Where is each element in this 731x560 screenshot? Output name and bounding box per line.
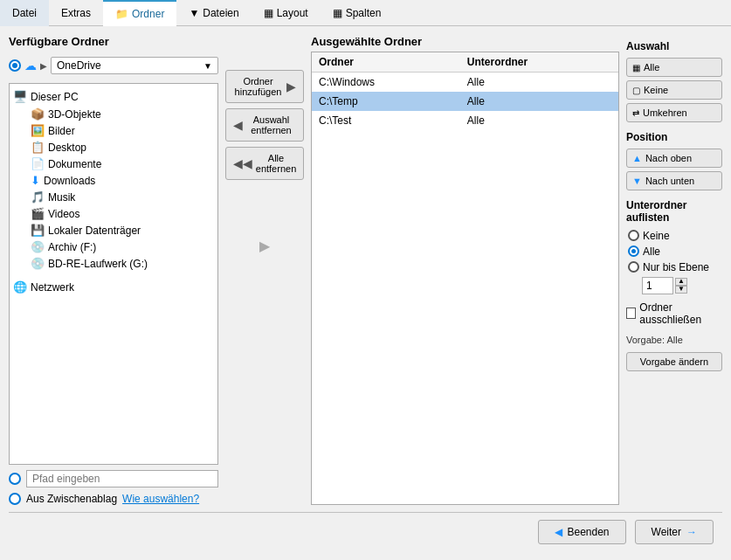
bilder-label: Bilder — [48, 125, 75, 137]
exclude-checkbox[interactable] — [626, 308, 636, 319]
tree-item-videos[interactable]: 🎬 Videos — [31, 205, 214, 222]
folders-table: Ordner Unterordner C:\Windows Alle C:\Te… — [312, 52, 618, 130]
selected-panel-title: Ausgewählte Ordner — [311, 35, 619, 48]
table-row[interactable]: C:\Windows Alle — [312, 73, 618, 93]
tree-item-bilder[interactable]: 🖼️ Bilder — [31, 122, 214, 139]
menu-layout[interactable]: ▦ Layout — [252, 0, 321, 26]
menu-ordner-label: Ordner — [132, 8, 164, 20]
remove-all-button[interactable]: ◀◀ Alle entfernen — [225, 147, 304, 180]
tree-item-downloads[interactable]: ⬇ Downloads — [31, 172, 214, 189]
spalten-icon: ▦ — [333, 7, 342, 19]
menu-datei[interactable]: Datei — [0, 0, 49, 26]
downloads-label: Downloads — [44, 175, 95, 187]
videos-label: Videos — [48, 208, 79, 220]
folder-radio[interactable] — [9, 59, 21, 72]
panels-row: Verfügbare Ordner ☁ ▶ OneDrive ▼ 🖥️ Dies… — [9, 35, 722, 505]
nach-oben-button[interactable]: ▲ Nach oben — [626, 149, 722, 168]
expand-handle[interactable]: ▶ — [259, 238, 270, 254]
folders-table-box: Ordner Unterordner C:\Windows Alle C:\Te… — [311, 52, 619, 505]
folder-cell: C:\Test — [312, 111, 460, 130]
folder-tree-box: 🖥️ Dieser PC 📦 3D-Objekte 🖼️ Bilder 📋 De… — [9, 83, 218, 465]
remove-selection-label: Auswahl entfernen — [246, 114, 296, 135]
keine-button[interactable]: ▢ Keine — [626, 80, 722, 100]
keine-label: Keine — [644, 85, 668, 95]
radio-alle[interactable]: Alle — [628, 245, 722, 258]
dieser-pc-label: Dieser PC — [31, 91, 79, 103]
col-unterordner: Unterordner — [460, 52, 618, 73]
umkehren-icon: ⇄ — [632, 108, 639, 118]
double-arrow-left-icon: ◀◀ — [233, 156, 252, 170]
dateien-icon: ▼ — [189, 7, 199, 19]
tree-item-netzwerk[interactable]: 🌐 Netzwerk — [13, 279, 214, 295]
tree-item-bd[interactable]: 💿 BD-RE-Laufwerk (G:) — [31, 255, 214, 272]
radio-ebene[interactable]: Nur bis Ebene — [628, 261, 722, 273]
tree-children-dieser-pc: 📦 3D-Objekte 🖼️ Bilder 📋 Desktop 📄 Dokum… — [13, 106, 214, 272]
remove-all-label: Alle entfernen — [256, 153, 296, 174]
clipboard-radio[interactable] — [9, 493, 21, 505]
netzwerk-label: Netzwerk — [31, 281, 74, 294]
tree-item-musik[interactable]: 🎵 Musik — [31, 189, 214, 205]
tree-item-dokumente[interactable]: 📄 Dokumente — [31, 156, 214, 172]
menu-ordner[interactable]: 📁 Ordner — [103, 0, 176, 26]
umkehren-button[interactable]: ⇄ Umkehren — [626, 103, 722, 122]
nach-unten-label: Nach unten — [645, 176, 694, 186]
arrow-right-icon: ▶ — [40, 61, 47, 71]
col-ordner: Ordner — [312, 52, 460, 73]
spinner-down[interactable]: ▼ — [675, 286, 687, 294]
vorgabe-row: Vorgabe: Alle — [626, 335, 722, 345]
weiter-label: Weiter — [652, 526, 681, 538]
unterordner-radio-group: Keine Alle Nur bis Ebene — [628, 230, 722, 273]
radio-keine-label: Keine — [643, 230, 670, 242]
arrow-right-icon: ▶ — [286, 80, 296, 93]
lokal-label: Lokaler Datenträger — [48, 225, 141, 237]
menu-spalten[interactable]: ▦ Spalten — [321, 0, 394, 26]
exclude-label: Ordner ausschließen — [639, 301, 722, 326]
remove-selection-button[interactable]: ◀ Auswahl entfernen — [225, 108, 304, 142]
beenden-button[interactable]: ◀ Beenden — [538, 520, 626, 544]
radio-ebene-label: Nur bis Ebene — [643, 261, 709, 273]
menu-extras[interactable]: Extras — [49, 0, 103, 26]
tree-item-dieser-pc[interactable]: 🖥️ Dieser PC — [13, 87, 214, 106]
menu-dateien[interactable]: ▼ Dateien — [176, 0, 251, 26]
menu-dateien-label: Dateien — [203, 7, 238, 19]
weiter-button[interactable]: Weiter → — [635, 520, 714, 544]
3d-icon: 📦 — [31, 107, 45, 121]
subfolders-cell: Alle — [460, 92, 618, 111]
alle-label: Alle — [644, 62, 659, 73]
main-content: Verfügbare Ordner ☁ ▶ OneDrive ▼ 🖥️ Dies… — [0, 26, 731, 560]
vorgabe-button[interactable]: Vorgabe ändern — [626, 352, 722, 371]
spinner-btns: ▲ ▼ — [675, 278, 687, 294]
clipboard-link[interactable]: Wie auswählen? — [122, 493, 199, 505]
menu-layout-label: Layout — [277, 7, 308, 19]
add-folder-button[interactable]: Ordner hinzufügen ▶ — [225, 70, 304, 103]
umkehren-label: Umkehren — [643, 107, 687, 118]
tree-item-archiv[interactable]: 💿 Archiv (F:) — [31, 239, 214, 255]
alle-button[interactable]: ▦ Alle — [626, 58, 722, 77]
monitor-icon: 🖥️ — [13, 90, 27, 103]
radio-keine[interactable]: Keine — [628, 230, 722, 242]
level-input-row: ▲ ▼ — [642, 277, 722, 294]
vorgabe-btn-label: Vorgabe ändern — [640, 356, 708, 367]
bd-icon: 💿 — [31, 257, 45, 270]
alle-icon: ▦ — [632, 63, 640, 73]
folder-dropdown[interactable]: OneDrive ▼ — [51, 57, 218, 74]
bd-label: BD-RE-Laufwerk (G:) — [48, 258, 148, 270]
desktop-icon: 📋 — [31, 141, 45, 154]
folder-selector-row: ☁ ▶ OneDrive ▼ — [9, 57, 218, 74]
path-radio[interactable] — [9, 473, 21, 485]
right-sidebar: Auswahl ▦ Alle ▢ Keine ⇄ Umkehren Positi… — [626, 35, 722, 505]
subfolders-cell: Alle — [460, 73, 618, 93]
table-row[interactable]: C:\Temp Alle — [312, 92, 618, 111]
tree-item-3d[interactable]: 📦 3D-Objekte — [31, 106, 214, 122]
tree-item-lokal[interactable]: 💾 Lokaler Datenträger — [31, 222, 214, 239]
path-input[interactable] — [26, 470, 218, 487]
radio-alle-label: Alle — [643, 245, 660, 258]
level-input[interactable] — [642, 277, 673, 294]
vorgabe-label: Vorgabe: Alle — [626, 335, 683, 345]
netzwerk-icon: 🌐 — [13, 280, 27, 294]
nach-unten-button[interactable]: ▼ Nach unten — [626, 171, 722, 190]
desktop-label: Desktop — [48, 142, 86, 154]
downloads-icon: ⬇ — [31, 174, 40, 187]
tree-item-desktop[interactable]: 📋 Desktop — [31, 139, 214, 156]
table-row[interactable]: C:\Test Alle — [312, 111, 618, 130]
